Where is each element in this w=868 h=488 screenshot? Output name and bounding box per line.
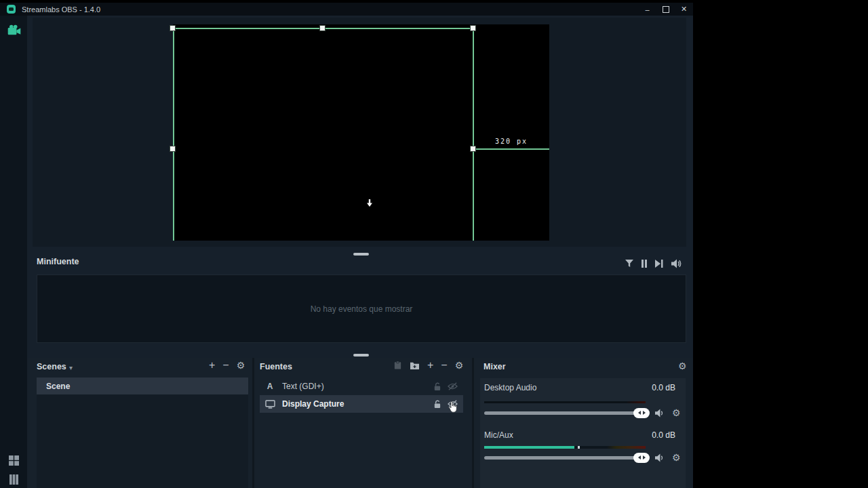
maximize-button[interactable] [656,3,675,16]
selection-handle-top-center[interactable] [319,25,326,31]
selection-handle-top-left[interactable] [170,25,176,31]
sources-panel: Fuentes + − ⚙ A Text (GDI+) [254,358,472,488]
paste-source-icon[interactable] [393,361,402,370]
mixer-settings-gear-icon[interactable]: ⚙ [678,361,687,371]
lock-icon[interactable] [433,382,441,391]
volume-slider[interactable] [484,456,646,460]
pause-icon[interactable] [641,260,648,268]
maximize-icon [663,6,669,13]
volume-slider[interactable] [484,411,646,415]
dashboard-grid-icon[interactable] [9,455,19,466]
streamlabs-logo-icon [7,5,16,14]
scene-name: Scene [46,382,70,391]
lock-icon[interactable] [433,400,441,409]
selection-left-edge[interactable] [173,28,174,241]
chevron-down-icon[interactable]: ▾ [69,364,73,371]
mixer-header: Mixer ⚙ [474,358,693,375]
app-window: Streamlabs OBS - 1.4.0 – ✕ [0,3,693,488]
source-name: Text (GDI+) [282,382,324,391]
selection-handle-mid-left[interactable] [170,146,176,152]
filter-icon[interactable] [625,260,633,268]
source-name: Display Capture [282,399,344,409]
volume-slider-row: ⚙ [484,452,686,463]
minimize-button[interactable]: – [638,3,656,16]
remove-source-button[interactable]: − [441,361,447,370]
screen: Streamlabs OBS - 1.4.0 – ✕ [0,0,868,488]
panel-resize-handle-bottom[interactable] [353,354,369,357]
measurement-line [473,148,549,150]
remove-scene-button[interactable]: − [222,361,229,370]
sources-header: Fuentes + − ⚙ [254,358,472,375]
source-row-display-capture[interactable]: Display Capture [260,395,463,413]
thumb-left-arrow-icon [638,455,641,460]
scenes-header: Scenes ▾ + − ⚙ [27,358,252,375]
mute-speaker-icon[interactable] [654,453,665,462]
source-properties-gear-icon[interactable]: ⚙ [455,361,464,370]
left-sidebar [0,16,27,488]
mouse-cursor-icon [448,401,458,413]
empty-events-message: No hay eventos que mostrar [311,304,413,314]
channel-gear-icon[interactable]: ⚙ [672,408,681,418]
meter-peak-indicator [578,446,580,449]
scene-list-item[interactable]: Scene [37,378,248,394]
display-capture-icon [264,400,276,409]
mute-speaker-icon[interactable] [654,409,665,418]
selection-right-edge[interactable] [473,28,474,241]
panel-resize-handle-top[interactable] [353,253,369,256]
add-source-button[interactable]: + [427,361,433,370]
eye-slash-icon[interactable] [448,382,458,390]
scene-settings-gear-icon[interactable]: ⚙ [237,361,245,370]
video-canvas[interactable] [173,24,549,241]
selection-handle-top-right[interactable] [470,25,476,31]
channel-level: 0.0 dB [652,383,675,392]
add-scene-button[interactable]: + [209,361,215,370]
titlebar: Streamlabs OBS - 1.4.0 – ✕ [0,3,693,16]
thumb-right-arrow-icon [643,455,646,460]
thumb-right-arrow-icon [643,411,646,415]
channel-level: 0.0 dB [652,430,675,440]
minifeed-toolbar [625,259,682,268]
speaker-icon[interactable] [671,259,682,268]
minifeed-title: Minifuente [37,257,79,266]
window-title: Streamlabs OBS - 1.4.0 [22,5,100,14]
channel-gear-icon[interactable]: ⚙ [672,453,681,462]
add-folder-icon[interactable] [410,361,420,370]
source-row-text[interactable]: A Text (GDI+) [260,378,463,395]
mixer-panel: Mixer ⚙ Desktop Audio 0.0 dB ⚙ Mic/Aux 0… [474,358,693,488]
scenes-panel: Scenes ▾ + − ⚙ Scene [27,358,252,488]
meter-fill [484,446,574,449]
scenes-title: Scenes [37,362,66,371]
channel-name: Desktop Audio [484,383,536,392]
editor-camera-icon[interactable] [7,24,22,36]
selection-handle-mid-right[interactable] [470,146,476,152]
thumb-left-arrow-icon [638,411,641,415]
close-button[interactable]: ✕ [675,3,693,16]
window-controls: – ✕ [638,3,693,16]
scene-list: Scene [37,378,248,488]
event-list: No hay eventos que mostrar [37,274,686,343]
volume-meter [484,446,646,449]
source-list: A Text (GDI+) Display Capture [260,378,463,413]
selection-width-label: 320 px [481,138,542,145]
layout-columns-icon[interactable] [9,474,19,485]
volume-slider-row: ⚙ [484,407,686,418]
slider-thumb[interactable] [633,453,650,463]
mixer-channels: Desktop Audio 0.0 dB ⚙ Mic/Aux 0.0 dB [480,378,686,488]
sources-title: Fuentes [260,362,292,371]
text-source-icon: A [264,382,276,391]
mixer-title: Mixer [484,362,506,371]
skip-next-icon[interactable] [655,260,663,268]
channel-name: Mic/Aux [484,430,513,440]
slider-thumb[interactable] [633,408,650,418]
volume-meter [484,401,646,403]
